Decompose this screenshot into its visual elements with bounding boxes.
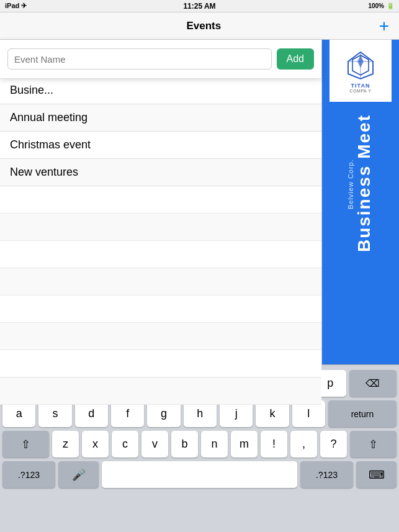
status-right: 100% 🔋	[368, 2, 394, 9]
event-item-christmas[interactable]: Christmas event	[0, 132, 321, 159]
event-item-annual[interactable]: Annual meeting	[0, 104, 321, 132]
nav-title: Events	[186, 20, 221, 32]
battery-icon: 🔋	[387, 2, 394, 9]
status-time: 11:25 AM	[183, 2, 215, 11]
key-question[interactable]: ?	[320, 431, 347, 458]
key-v[interactable]: v	[141, 431, 168, 458]
empty-row	[0, 241, 321, 268]
event-name-input[interactable]	[7, 48, 272, 70]
add-event-button[interactable]: +	[379, 17, 389, 35]
ipad-label: iPad ✈	[5, 2, 27, 10]
key-shift-left[interactable]: ⇧	[2, 431, 49, 458]
key-delete[interactable]: ⌫	[349, 370, 397, 397]
event-item-label: Christmas event	[10, 138, 91, 151]
empty-row	[0, 186, 321, 214]
key-shift-right[interactable]: ⇧	[350, 431, 397, 458]
main-area: Add Busine... Annual meeting Christmas e…	[0, 40, 399, 364]
status-bar: iPad ✈ 11:25 AM 100% 🔋	[0, 0, 399, 12]
key-m[interactable]: m	[231, 431, 258, 458]
event-item-ventures[interactable]: New ventures	[0, 159, 321, 186]
empty-row	[0, 350, 321, 377]
key-numbers-right[interactable]: .?123	[300, 461, 353, 488]
sidebar-logo: TITAN COMPA Y	[330, 40, 392, 102]
key-x[interactable]: x	[82, 431, 109, 458]
empty-row	[0, 295, 321, 323]
right-sidebar: TITAN COMPA Y Belview Corp. Business Mee…	[322, 40, 399, 364]
company-sub: COMPA Y	[350, 89, 372, 93]
company-name: TITAN	[351, 83, 370, 89]
empty-row	[0, 268, 321, 295]
key-mic[interactable]: 🎤	[58, 461, 99, 488]
event-item-label: Busine...	[10, 84, 53, 97]
key-c[interactable]: c	[112, 431, 138, 458]
empty-row	[0, 377, 321, 405]
battery-label: 100%	[368, 2, 384, 9]
sidebar-subtitle: Belview Corp.	[347, 160, 354, 210]
event-list: Busine... Annual meeting Christmas event…	[0, 40, 321, 405]
empty-row	[0, 323, 321, 350]
key-keyboard[interactable]: ⌨	[356, 461, 397, 488]
event-item-business[interactable]: Busine...	[0, 77, 321, 104]
key-numbers-left[interactable]: .?123	[2, 461, 55, 488]
keyboard-row-4: .?123 🎤 .?123 ⌨	[2, 461, 397, 488]
status-left: iPad ✈	[5, 2, 27, 10]
nav-bar: Events +	[0, 12, 399, 40]
events-panel: Add Busine... Annual meeting Christmas e…	[0, 40, 322, 364]
sidebar-vertical-text: Belview Corp. Business Meet	[347, 114, 374, 252]
key-z[interactable]: z	[52, 431, 79, 458]
event-item-label: Annual meeting	[10, 111, 87, 124]
key-b[interactable]: b	[171, 431, 198, 458]
key-exclamation[interactable]: !	[261, 431, 287, 458]
key-n[interactable]: n	[201, 431, 228, 458]
add-button[interactable]: Add	[277, 48, 314, 70]
event-item-label: New ventures	[10, 166, 78, 179]
add-event-popup: Add	[0, 40, 321, 79]
key-comma[interactable]: ,	[290, 431, 317, 458]
titan-logo-icon	[345, 49, 376, 80]
empty-row	[0, 214, 321, 241]
key-return[interactable]: return	[328, 400, 397, 427]
sidebar-title: Business Meet	[354, 114, 374, 252]
keyboard-row-3: ⇧ z x c v b n m ! , ? ⇧	[2, 431, 397, 458]
key-space[interactable]	[102, 461, 297, 488]
